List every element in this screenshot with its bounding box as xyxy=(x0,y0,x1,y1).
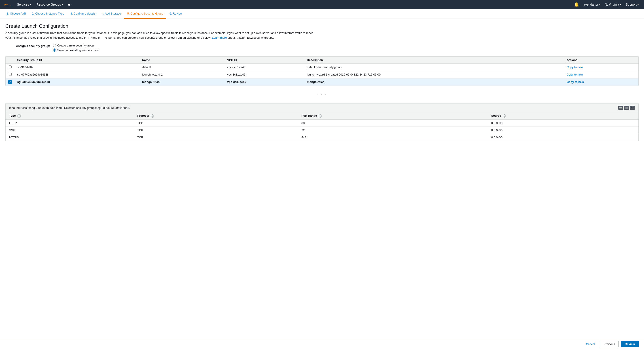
rule2-type: SSH xyxy=(6,126,134,134)
step-5-label: 5. Configure Security Group xyxy=(127,12,163,15)
pin-icon[interactable]: ★ xyxy=(66,2,71,7)
region-nav[interactable]: N. Virginia ▾ xyxy=(603,0,623,9)
learn-more-suffix: about Amazon EC2 security groups. xyxy=(228,36,274,39)
assign-security-group-section: Assign a security group: Create a new se… xyxy=(5,44,639,52)
bell-icon[interactable]: 🔔 xyxy=(572,2,581,7)
wizard-step-choose-instance-type[interactable]: 2. Choose Instance Type xyxy=(29,9,67,19)
select-existing-radio-label[interactable]: Select an existing security group xyxy=(53,48,100,52)
svg-rect-7 xyxy=(631,106,634,109)
row2-sg-id: sg-07749ad5e99e8433f xyxy=(14,71,139,78)
wizard-step-choose-ami[interactable]: 1. Choose AMI xyxy=(4,9,29,19)
user-label: avendanor xyxy=(584,3,598,6)
inbound-rules-table: Type i Protocol i Port Range i Source i … xyxy=(6,112,638,141)
wizard-step-configure-security-group[interactable]: 5. Configure Security Group xyxy=(124,9,166,19)
th-checkbox xyxy=(6,56,14,64)
rule2-port: 22 xyxy=(298,126,488,134)
row3-action[interactable]: Copy to new xyxy=(564,78,638,86)
rule1-protocol: TCP xyxy=(134,119,298,126)
services-nav[interactable]: Services ▾ xyxy=(15,0,33,9)
nav-right: 🔔 avendanor ▾ N. Virginia ▾ Support ▾ xyxy=(572,0,640,9)
port-range-info-icon[interactable]: i xyxy=(319,114,322,118)
row1-name: default xyxy=(139,63,224,71)
svg-rect-6 xyxy=(626,107,628,109)
view-icon-2[interactable] xyxy=(624,106,629,110)
user-chevron: ▾ xyxy=(599,3,600,6)
th-sg-id: Security Group ID xyxy=(14,56,139,64)
support-label: Support xyxy=(626,3,636,6)
row1-checkbox[interactable] xyxy=(9,65,12,68)
services-chevron: ▾ xyxy=(30,3,31,6)
user-nav[interactable]: avendanor ▾ xyxy=(582,0,602,9)
th-protocol: Protocol i xyxy=(134,112,298,119)
row1-checkbox-cell[interactable] xyxy=(6,63,14,71)
support-nav[interactable]: Support ▾ xyxy=(624,0,640,9)
create-new-radio-label[interactable]: Create a new security group xyxy=(53,44,100,47)
resource-groups-nav[interactable]: Resource Groups ▾ xyxy=(35,0,65,9)
region-chevron: ▾ xyxy=(620,3,621,6)
th-description: Description xyxy=(304,56,564,64)
select-existing-radio[interactable] xyxy=(53,48,56,52)
row3-sg-id: sg-0d90e05b90b644bd8 xyxy=(14,78,139,86)
step-6-label: 6. Review xyxy=(170,12,182,15)
rule-row: HTTPS TCP 443 0.0.0.0/0 xyxy=(6,134,638,141)
assign-label: Assign a security group: xyxy=(5,44,50,48)
row2-vpc-id: vpc-3c31ae46 xyxy=(224,71,304,78)
view-icon-3[interactable] xyxy=(630,106,635,110)
row2-checkbox[interactable] xyxy=(9,73,12,76)
protocol-info-icon[interactable]: i xyxy=(151,114,154,118)
table-row[interactable]: ✓ sg-0d90e05b90b644bd8 mongo Atlas vpc-3… xyxy=(6,78,638,86)
table-row[interactable]: sg-313d9f69 default vpc-3c31ae46 default… xyxy=(6,63,638,71)
row1-sg-id: sg-313d9f69 xyxy=(14,63,139,71)
row1-vpc-id: vpc-3c31ae46 xyxy=(224,63,304,71)
wizard-step-add-storage[interactable]: 4. Add Storage xyxy=(98,9,124,19)
inbound-view-icons xyxy=(618,106,635,110)
table-row[interactable]: sg-07749ad5e99e8433f launch-wizard-1 vpc… xyxy=(6,71,638,78)
row1-copy-to-new[interactable]: Copy to new xyxy=(567,65,583,69)
view-icon-1[interactable] xyxy=(618,106,623,110)
row2-description: launch-wizard-1 created 2019-06-04T22:34… xyxy=(304,71,564,78)
th-name: Name xyxy=(139,56,224,64)
top-nav: aws Services ▾ Resource Groups ▾ ★ 🔔 ave… xyxy=(0,0,644,9)
wizard-step-review[interactable]: 6. Review xyxy=(166,9,185,19)
row2-action[interactable]: Copy to new xyxy=(564,71,638,78)
divider-dots: · · · xyxy=(5,90,639,99)
wizard-steps: 1. Choose AMI 2. Choose Instance Type 3.… xyxy=(0,9,644,19)
row2-checkbox-cell[interactable] xyxy=(6,71,14,78)
svg-rect-2 xyxy=(620,107,622,109)
inbound-title: Inbound rules for sg-0d90e05b90b644bd8 S… xyxy=(9,106,130,109)
create-new-radio[interactable] xyxy=(53,44,56,47)
step-4-label: 4. Add Storage xyxy=(102,12,121,15)
wizard-step-configure-details[interactable]: 3. Configure details xyxy=(67,9,98,19)
resource-groups-chevron: ▾ xyxy=(62,3,63,6)
learn-more-link[interactable]: Learn more xyxy=(212,36,227,39)
step-1-label: 1. Choose AMI xyxy=(7,12,26,15)
create-new-text: Create a new security group xyxy=(57,44,94,47)
row3-checkbox-cell[interactable]: ✓ xyxy=(6,78,14,86)
th-type: Type i xyxy=(6,112,134,119)
main-content: Create Launch Configuration A security g… xyxy=(0,19,644,154)
row1-action[interactable]: Copy to new xyxy=(564,63,638,71)
source-info-icon[interactable]: i xyxy=(503,114,506,118)
svg-rect-9 xyxy=(631,108,634,108)
th-source: Source i xyxy=(488,112,638,119)
rule3-type: HTTPS xyxy=(6,134,134,141)
security-groups-table-container: Security Group ID Name VPC ID Descriptio… xyxy=(5,56,639,86)
rule2-protocol: TCP xyxy=(134,126,298,134)
svg-rect-10 xyxy=(632,106,632,109)
row3-copy-to-new[interactable]: Copy to new xyxy=(567,80,584,84)
region-label: N. Virginia xyxy=(605,3,619,6)
rule-row: HTTP TCP 80 0.0.0.0/0 xyxy=(6,119,638,126)
rule3-source: 0.0.0.0/0 xyxy=(488,134,638,141)
step-3-label: 3. Configure details xyxy=(70,12,96,15)
rule2-source: 0.0.0.0/0 xyxy=(488,126,638,134)
svg-text:aws: aws xyxy=(4,3,8,6)
security-groups-table: Security Group ID Name VPC ID Descriptio… xyxy=(6,56,638,86)
table-header-row: Security Group ID Name VPC ID Descriptio… xyxy=(6,56,638,64)
row2-copy-to-new[interactable]: Copy to new xyxy=(567,73,583,76)
type-info-icon[interactable]: i xyxy=(18,114,20,118)
inbound-rules-section: Inbound rules for sg-0d90e05b90b644bd8 S… xyxy=(5,103,639,141)
svg-rect-3 xyxy=(619,107,622,107)
rule1-port: 80 xyxy=(298,119,488,126)
aws-logo: aws xyxy=(4,1,12,7)
th-actions: Actions xyxy=(564,56,638,64)
